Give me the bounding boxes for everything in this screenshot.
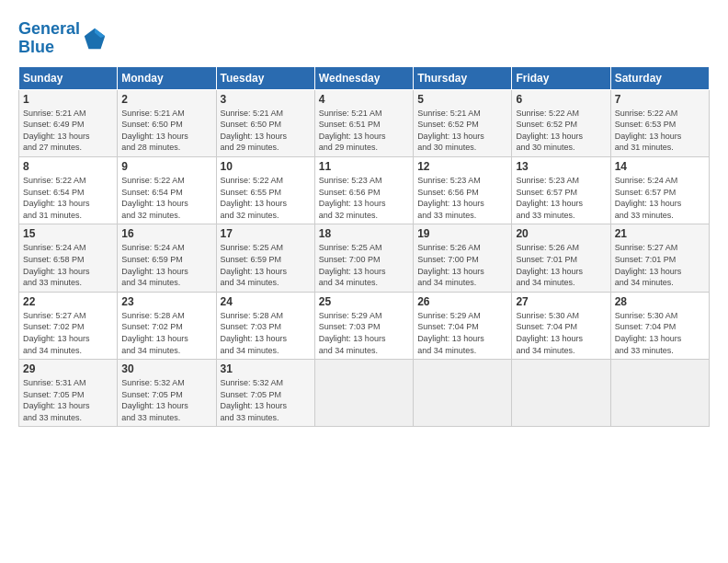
calendar-day-cell: 20Sunrise: 5:26 AMSunset: 7:01 PMDayligh… (512, 224, 610, 292)
day-number: 2 (121, 93, 211, 106)
calendar-day-cell (610, 360, 709, 427)
calendar-day-cell: 25Sunrise: 5:29 AMSunset: 7:03 PMDayligh… (314, 292, 413, 359)
calendar-day-cell (314, 360, 413, 427)
calendar-day-cell: 10Sunrise: 5:22 AMSunset: 6:55 PMDayligh… (216, 156, 314, 224)
day-info: Sunrise: 5:23 AMSunset: 6:56 PMDaylight:… (319, 175, 409, 221)
day-info: Sunrise: 5:22 AMSunset: 6:53 PMDaylight:… (615, 108, 705, 154)
day-info: Sunrise: 5:31 AMSunset: 7:05 PMDaylight:… (23, 377, 113, 423)
day-info: Sunrise: 5:22 AMSunset: 6:54 PMDaylight:… (23, 175, 113, 221)
day-info: Sunrise: 5:21 AMSunset: 6:50 PMDaylight:… (221, 108, 311, 154)
header-row: SundayMondayTuesdayWednesdayThursdayFrid… (19, 66, 710, 89)
day-number: 6 (516, 93, 606, 106)
day-number: 31 (221, 362, 311, 375)
day-number: 16 (121, 227, 211, 240)
day-number: 12 (417, 160, 507, 173)
calendar-day-cell: 27Sunrise: 5:30 AMSunset: 7:04 PMDayligh… (512, 292, 610, 359)
calendar-day-cell: 17Sunrise: 5:25 AMSunset: 6:59 PMDayligh… (216, 224, 314, 292)
day-number: 20 (516, 227, 606, 240)
calendar-week-row: 1Sunrise: 5:21 AMSunset: 6:49 PMDaylight… (19, 89, 710, 156)
day-info: Sunrise: 5:22 AMSunset: 6:52 PMDaylight:… (516, 108, 606, 154)
calendar-week-row: 8Sunrise: 5:22 AMSunset: 6:54 PMDaylight… (19, 156, 710, 224)
day-number: 9 (121, 160, 211, 173)
logo-text: General Blue (18, 20, 80, 57)
day-info: Sunrise: 5:21 AMSunset: 6:50 PMDaylight:… (121, 108, 211, 154)
day-info: Sunrise: 5:26 AMSunset: 7:00 PMDaylight:… (417, 242, 507, 288)
day-number: 19 (417, 227, 507, 240)
calendar-day-cell: 1Sunrise: 5:21 AMSunset: 6:49 PMDaylight… (19, 89, 118, 156)
calendar-day-cell: 19Sunrise: 5:26 AMSunset: 7:00 PMDayligh… (414, 224, 512, 292)
calendar-day-cell: 12Sunrise: 5:23 AMSunset: 6:56 PMDayligh… (414, 156, 512, 224)
day-number: 25 (319, 295, 409, 308)
calendar-day-cell: 8Sunrise: 5:22 AMSunset: 6:54 PMDaylight… (19, 156, 118, 224)
day-number: 3 (221, 93, 311, 106)
day-info: Sunrise: 5:28 AMSunset: 7:02 PMDaylight:… (121, 310, 211, 356)
day-number: 4 (319, 93, 409, 106)
calendar-day-cell: 4Sunrise: 5:21 AMSunset: 6:51 PMDaylight… (314, 89, 413, 156)
day-info: Sunrise: 5:24 AMSunset: 6:58 PMDaylight:… (23, 242, 113, 288)
day-number: 23 (121, 295, 211, 308)
day-info: Sunrise: 5:28 AMSunset: 7:03 PMDaylight:… (221, 310, 311, 356)
day-info: Sunrise: 5:29 AMSunset: 7:03 PMDaylight:… (319, 310, 409, 356)
day-info: Sunrise: 5:32 AMSunset: 7:05 PMDaylight:… (221, 377, 311, 423)
calendar-day-cell (512, 360, 610, 427)
logo: General Blue (18, 20, 108, 57)
day-info: Sunrise: 5:25 AMSunset: 7:00 PMDaylight:… (319, 242, 409, 288)
calendar-day-cell: 13Sunrise: 5:23 AMSunset: 6:57 PMDayligh… (512, 156, 610, 224)
calendar-day-cell: 26Sunrise: 5:29 AMSunset: 7:04 PMDayligh… (414, 292, 512, 359)
day-info: Sunrise: 5:27 AMSunset: 7:01 PMDaylight:… (615, 242, 705, 288)
day-info: Sunrise: 5:21 AMSunset: 6:51 PMDaylight:… (319, 108, 409, 154)
day-number: 14 (615, 160, 705, 173)
day-info: Sunrise: 5:22 AMSunset: 6:55 PMDaylight:… (221, 175, 311, 221)
header-day: Wednesday (314, 66, 413, 89)
calendar-day-cell: 2Sunrise: 5:21 AMSunset: 6:50 PMDaylight… (118, 89, 216, 156)
calendar-day-cell: 9Sunrise: 5:22 AMSunset: 6:54 PMDaylight… (118, 156, 216, 224)
day-number: 21 (615, 227, 705, 240)
calendar-day-cell: 11Sunrise: 5:23 AMSunset: 6:56 PMDayligh… (314, 156, 413, 224)
day-info: Sunrise: 5:23 AMSunset: 6:57 PMDaylight:… (516, 175, 606, 221)
day-number: 11 (319, 160, 409, 173)
day-number: 15 (23, 227, 113, 240)
header-day: Sunday (19, 66, 118, 89)
day-info: Sunrise: 5:24 AMSunset: 6:59 PMDaylight:… (121, 242, 211, 288)
calendar-day-cell: 21Sunrise: 5:27 AMSunset: 7:01 PMDayligh… (610, 224, 709, 292)
day-number: 5 (417, 93, 507, 106)
day-number: 10 (221, 160, 311, 173)
calendar-day-cell: 7Sunrise: 5:22 AMSunset: 6:53 PMDaylight… (610, 89, 709, 156)
header-day: Saturday (610, 66, 709, 89)
calendar-day-cell: 15Sunrise: 5:24 AMSunset: 6:58 PMDayligh… (19, 224, 118, 292)
day-info: Sunrise: 5:23 AMSunset: 6:56 PMDaylight:… (417, 175, 507, 221)
day-number: 18 (319, 227, 409, 240)
calendar-day-cell: 14Sunrise: 5:24 AMSunset: 6:57 PMDayligh… (610, 156, 709, 224)
day-info: Sunrise: 5:24 AMSunset: 6:57 PMDaylight:… (615, 175, 705, 221)
day-number: 7 (615, 93, 705, 106)
calendar-day-cell: 18Sunrise: 5:25 AMSunset: 7:00 PMDayligh… (314, 224, 413, 292)
day-number: 29 (23, 362, 113, 375)
day-info: Sunrise: 5:22 AMSunset: 6:54 PMDaylight:… (121, 175, 211, 221)
header-day: Thursday (414, 66, 512, 89)
day-info: Sunrise: 5:21 AMSunset: 6:49 PMDaylight:… (23, 108, 113, 154)
calendar-day-cell: 3Sunrise: 5:21 AMSunset: 6:50 PMDaylight… (216, 89, 314, 156)
day-number: 24 (221, 295, 311, 308)
page-header: General Blue (18, 15, 710, 57)
header-day: Monday (118, 66, 216, 89)
calendar-day-cell: 30Sunrise: 5:32 AMSunset: 7:05 PMDayligh… (118, 360, 216, 427)
calendar-week-row: 15Sunrise: 5:24 AMSunset: 6:58 PMDayligh… (19, 224, 710, 292)
calendar-week-row: 22Sunrise: 5:27 AMSunset: 7:02 PMDayligh… (19, 292, 710, 359)
day-number: 28 (615, 295, 705, 308)
calendar-day-cell: 28Sunrise: 5:30 AMSunset: 7:04 PMDayligh… (610, 292, 709, 359)
header-day: Friday (512, 66, 610, 89)
day-number: 17 (221, 227, 311, 240)
day-info: Sunrise: 5:26 AMSunset: 7:01 PMDaylight:… (516, 242, 606, 288)
day-number: 1 (23, 93, 113, 106)
day-number: 30 (121, 362, 211, 375)
day-info: Sunrise: 5:21 AMSunset: 6:52 PMDaylight:… (417, 108, 507, 154)
day-info: Sunrise: 5:30 AMSunset: 7:04 PMDaylight:… (615, 310, 705, 356)
day-info: Sunrise: 5:29 AMSunset: 7:04 PMDaylight:… (417, 310, 507, 356)
day-number: 13 (516, 160, 606, 173)
calendar-day-cell: 16Sunrise: 5:24 AMSunset: 6:59 PMDayligh… (118, 224, 216, 292)
calendar-day-cell: 24Sunrise: 5:28 AMSunset: 7:03 PMDayligh… (216, 292, 314, 359)
day-number: 8 (23, 160, 113, 173)
calendar-table: SundayMondayTuesdayWednesdayThursdayFrid… (18, 66, 710, 428)
day-number: 27 (516, 295, 606, 308)
logo-icon (82, 26, 108, 52)
